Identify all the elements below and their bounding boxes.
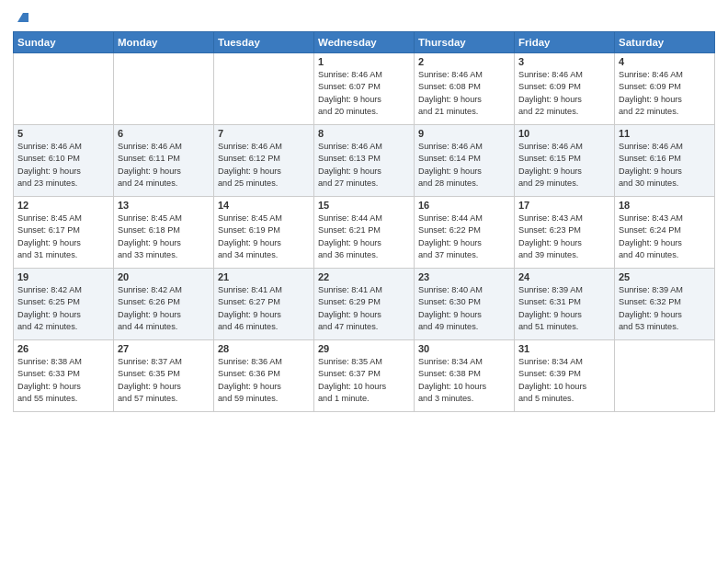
day-info: Sunrise: 8:37 AM Sunset: 6:35 PM Dayligh… (118, 356, 210, 405)
column-header-thursday: Thursday (415, 32, 515, 53)
day-number: 14 (218, 200, 310, 211)
header (13, 9, 715, 28)
calendar-cell (615, 340, 715, 412)
calendar-cell: 28Sunrise: 8:36 AM Sunset: 6:36 PM Dayli… (214, 340, 314, 412)
calendar-cell: 27Sunrise: 8:37 AM Sunset: 6:35 PM Dayli… (114, 340, 214, 412)
calendar-cell: 17Sunrise: 8:43 AM Sunset: 6:23 PM Dayli… (515, 197, 615, 269)
calendar-cell (14, 53, 114, 125)
day-info: Sunrise: 8:46 AM Sunset: 6:13 PM Dayligh… (318, 141, 410, 190)
column-header-sunday: Sunday (14, 32, 114, 53)
day-number: 3 (518, 56, 610, 67)
day-info: Sunrise: 8:41 AM Sunset: 6:29 PM Dayligh… (318, 284, 410, 333)
calendar-week-row: 12Sunrise: 8:45 AM Sunset: 6:17 PM Dayli… (14, 197, 715, 269)
calendar-cell: 2Sunrise: 8:46 AM Sunset: 6:08 PM Daylig… (415, 53, 515, 125)
day-number: 13 (118, 200, 210, 211)
calendar-cell: 20Sunrise: 8:42 AM Sunset: 6:26 PM Dayli… (114, 269, 214, 340)
column-header-friday: Friday (515, 32, 615, 53)
day-number: 11 (619, 128, 711, 139)
logo (13, 9, 30, 28)
day-info: Sunrise: 8:46 AM Sunset: 6:09 PM Dayligh… (619, 69, 711, 118)
day-info: Sunrise: 8:43 AM Sunset: 6:24 PM Dayligh… (619, 213, 711, 261)
calendar-cell: 30Sunrise: 8:34 AM Sunset: 6:38 PM Dayli… (415, 340, 515, 412)
calendar-week-row: 19Sunrise: 8:42 AM Sunset: 6:25 PM Dayli… (14, 269, 715, 340)
day-number: 22 (318, 271, 410, 282)
day-number: 16 (418, 200, 510, 211)
day-number: 9 (418, 128, 510, 139)
calendar-cell: 23Sunrise: 8:40 AM Sunset: 6:30 PM Dayli… (415, 269, 515, 340)
day-number: 18 (619, 200, 711, 211)
day-number: 2 (418, 56, 510, 67)
calendar-cell: 18Sunrise: 8:43 AM Sunset: 6:24 PM Dayli… (615, 197, 715, 269)
day-info: Sunrise: 8:36 AM Sunset: 6:36 PM Dayligh… (218, 356, 310, 405)
day-number: 26 (17, 343, 109, 354)
logo-icon (16, 9, 30, 24)
day-number: 29 (318, 343, 410, 354)
calendar-cell: 1Sunrise: 8:46 AM Sunset: 6:07 PM Daylig… (314, 53, 415, 125)
day-info: Sunrise: 8:35 AM Sunset: 6:37 PM Dayligh… (318, 356, 410, 405)
calendar-table: SundayMondayTuesdayWednesdayThursdayFrid… (13, 31, 715, 412)
calendar-cell: 3Sunrise: 8:46 AM Sunset: 6:09 PM Daylig… (515, 53, 615, 125)
day-info: Sunrise: 8:46 AM Sunset: 6:09 PM Dayligh… (518, 69, 610, 118)
day-number: 27 (118, 343, 210, 354)
day-info: Sunrise: 8:42 AM Sunset: 6:26 PM Dayligh… (118, 284, 210, 333)
calendar-week-row: 26Sunrise: 8:38 AM Sunset: 6:33 PM Dayli… (14, 340, 715, 412)
day-info: Sunrise: 8:45 AM Sunset: 6:18 PM Dayligh… (118, 213, 210, 261)
calendar-cell: 24Sunrise: 8:39 AM Sunset: 6:31 PM Dayli… (515, 269, 615, 340)
day-info: Sunrise: 8:42 AM Sunset: 6:25 PM Dayligh… (17, 284, 109, 333)
day-number: 6 (118, 128, 210, 139)
day-number: 12 (17, 200, 109, 211)
svg-marker-0 (17, 13, 28, 22)
day-number: 8 (318, 128, 410, 139)
day-info: Sunrise: 8:45 AM Sunset: 6:17 PM Dayligh… (17, 213, 109, 261)
calendar-week-row: 1Sunrise: 8:46 AM Sunset: 6:07 PM Daylig… (14, 53, 715, 125)
day-info: Sunrise: 8:46 AM Sunset: 6:16 PM Dayligh… (619, 141, 711, 190)
calendar-cell: 12Sunrise: 8:45 AM Sunset: 6:17 PM Dayli… (14, 197, 114, 269)
day-info: Sunrise: 8:46 AM Sunset: 6:08 PM Dayligh… (418, 69, 510, 118)
day-number: 25 (619, 271, 711, 282)
column-header-monday: Monday (114, 32, 214, 53)
calendar-cell: 26Sunrise: 8:38 AM Sunset: 6:33 PM Dayli… (14, 340, 114, 412)
calendar-cell: 13Sunrise: 8:45 AM Sunset: 6:18 PM Dayli… (114, 197, 214, 269)
calendar-cell (214, 53, 314, 125)
column-header-saturday: Saturday (615, 32, 715, 53)
calendar-cell: 14Sunrise: 8:45 AM Sunset: 6:19 PM Dayli… (214, 197, 314, 269)
day-info: Sunrise: 8:45 AM Sunset: 6:19 PM Dayligh… (218, 213, 310, 261)
calendar-cell: 7Sunrise: 8:46 AM Sunset: 6:12 PM Daylig… (214, 125, 314, 197)
calendar-cell: 6Sunrise: 8:46 AM Sunset: 6:11 PM Daylig… (114, 125, 214, 197)
calendar-cell: 15Sunrise: 8:44 AM Sunset: 6:21 PM Dayli… (314, 197, 415, 269)
day-info: Sunrise: 8:46 AM Sunset: 6:11 PM Dayligh… (118, 141, 210, 190)
day-info: Sunrise: 8:34 AM Sunset: 6:38 PM Dayligh… (418, 356, 510, 405)
calendar-cell: 31Sunrise: 8:34 AM Sunset: 6:39 PM Dayli… (515, 340, 615, 412)
calendar-cell: 4Sunrise: 8:46 AM Sunset: 6:09 PM Daylig… (615, 53, 715, 125)
calendar-cell: 8Sunrise: 8:46 AM Sunset: 6:13 PM Daylig… (314, 125, 415, 197)
day-info: Sunrise: 8:46 AM Sunset: 6:15 PM Dayligh… (518, 141, 610, 190)
day-number: 5 (17, 128, 109, 139)
day-info: Sunrise: 8:46 AM Sunset: 6:07 PM Dayligh… (318, 69, 410, 118)
day-number: 24 (518, 271, 610, 282)
calendar-cell: 29Sunrise: 8:35 AM Sunset: 6:37 PM Dayli… (314, 340, 415, 412)
calendar-cell: 11Sunrise: 8:46 AM Sunset: 6:16 PM Dayli… (615, 125, 715, 197)
day-number: 15 (318, 200, 410, 211)
calendar-cell: 19Sunrise: 8:42 AM Sunset: 6:25 PM Dayli… (14, 269, 114, 340)
day-number: 30 (418, 343, 510, 354)
day-number: 20 (118, 271, 210, 282)
calendar-header-row: SundayMondayTuesdayWednesdayThursdayFrid… (14, 32, 715, 53)
day-number: 17 (518, 200, 610, 211)
calendar-cell: 22Sunrise: 8:41 AM Sunset: 6:29 PM Dayli… (314, 269, 415, 340)
calendar-week-row: 5Sunrise: 8:46 AM Sunset: 6:10 PM Daylig… (14, 125, 715, 197)
page: SundayMondayTuesdayWednesdayThursdayFrid… (0, 0, 728, 563)
day-info: Sunrise: 8:40 AM Sunset: 6:30 PM Dayligh… (418, 284, 510, 333)
day-info: Sunrise: 8:39 AM Sunset: 6:31 PM Dayligh… (518, 284, 610, 333)
calendar-cell: 16Sunrise: 8:44 AM Sunset: 6:22 PM Dayli… (415, 197, 515, 269)
day-number: 19 (17, 271, 109, 282)
calendar-cell: 10Sunrise: 8:46 AM Sunset: 6:15 PM Dayli… (515, 125, 615, 197)
calendar-cell: 25Sunrise: 8:39 AM Sunset: 6:32 PM Dayli… (615, 269, 715, 340)
calendar-cell: 21Sunrise: 8:41 AM Sunset: 6:27 PM Dayli… (214, 269, 314, 340)
column-header-wednesday: Wednesday (314, 32, 415, 53)
day-number: 1 (318, 56, 410, 67)
day-number: 31 (518, 343, 610, 354)
day-info: Sunrise: 8:44 AM Sunset: 6:21 PM Dayligh… (318, 213, 410, 261)
day-info: Sunrise: 8:46 AM Sunset: 6:12 PM Dayligh… (218, 141, 310, 190)
day-info: Sunrise: 8:39 AM Sunset: 6:32 PM Dayligh… (619, 284, 711, 333)
day-info: Sunrise: 8:46 AM Sunset: 6:10 PM Dayligh… (17, 141, 109, 190)
